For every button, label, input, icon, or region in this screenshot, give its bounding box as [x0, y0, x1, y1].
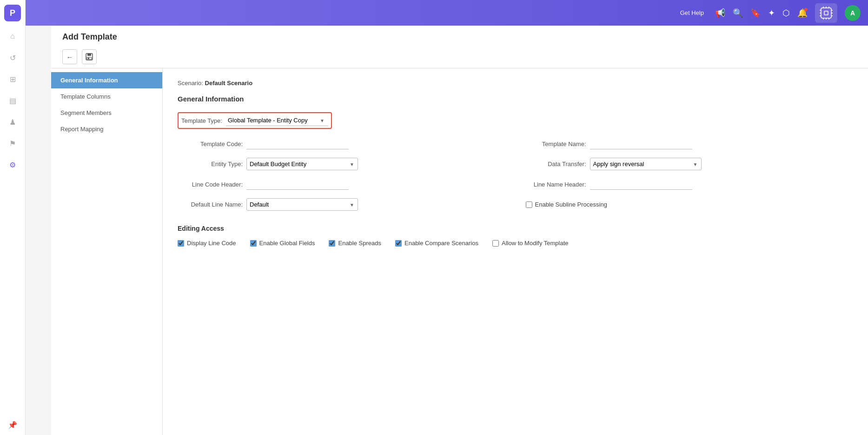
page-title: Add Template — [62, 32, 857, 46]
template-type-row: Template Type: Global Template - Entity … — [178, 112, 853, 129]
data-transfer-label: Data Transfer: — [521, 161, 586, 167]
template-type-label: Template Type: — [181, 117, 222, 124]
default-line-name-select-wrapper: Default Custom ▼ — [246, 198, 358, 211]
scenario-value: Default Scenario — [205, 80, 253, 87]
allow-modify-template-checkbox[interactable] — [492, 240, 499, 247]
line-code-header-input[interactable] — [246, 179, 349, 190]
entity-type-select-wrapper: Default Budget Entity Other Entity ▼ — [246, 158, 358, 170]
default-line-name-select[interactable]: Default Custom — [246, 198, 358, 211]
back-button[interactable]: ← — [62, 49, 77, 64]
line-code-header-group: Line Code Header: — [178, 179, 510, 190]
svg-rect-17 — [88, 58, 89, 59]
enable-spreads-item: Enable Spreads — [329, 240, 381, 247]
default-line-name-label: Default Line Name: — [178, 201, 243, 208]
default-line-name-row: Default Line Name: Default Custom ▼ — [178, 198, 853, 211]
line-code-header-label: Line Code Header: — [178, 181, 243, 188]
entity-type-group: Entity Type: Default Budget Entity Other… — [178, 158, 510, 170]
main-content: Scenario: Default Scenario General Infor… — [163, 68, 868, 435]
line-headers-row: Line Code Header: Line Name Header: — [178, 179, 853, 190]
editing-access-title: Editing Access — [178, 225, 853, 232]
template-name-label: Template Name: — [521, 141, 586, 147]
app-logo: P — [4, 5, 21, 21]
svg-rect-15 — [87, 54, 91, 56]
data-transfer-group: Data Transfer: Apply sign reversal No si… — [521, 158, 854, 170]
template-type-bordered: Template Type: Global Template - Entity … — [178, 112, 332, 129]
sidebar-item-settings[interactable]: ⚙ — [6, 158, 19, 171]
enable-subline-processing-group: Enable Subline Processing — [517, 201, 854, 208]
nav-item-report-mapping[interactable]: Report Mapping — [51, 121, 162, 137]
sidebar-item-flag[interactable]: ⚑ — [6, 137, 19, 150]
nav-item-general-information[interactable]: General Information — [51, 72, 162, 88]
nav-item-template-columns[interactable]: Template Columns — [51, 88, 162, 105]
data-transfer-select[interactable]: Apply sign reversal No sign reversal — [590, 158, 702, 170]
template-type-select-wrapper: Global Template - Entity Copy Global Tem… — [226, 115, 328, 126]
left-nav: General Information Template Columns Seg… — [51, 68, 163, 435]
save-button[interactable] — [82, 49, 97, 64]
entity-type-data-transfer-row: Entity Type: Default Budget Entity Other… — [178, 158, 853, 170]
enable-spreads-checkbox[interactable] — [329, 240, 335, 247]
data-transfer-select-wrapper: Apply sign reversal No sign reversal ▼ — [590, 158, 702, 170]
enable-compare-scenarios-label: Enable Compare Scenarios — [404, 240, 478, 247]
template-code-input[interactable] — [246, 138, 349, 149]
enable-global-fields-checkbox[interactable] — [250, 240, 257, 247]
subline-processing-wrapper: Enable Subline Processing — [526, 201, 607, 208]
template-code-name-row: Template Code: Template Name: — [178, 138, 853, 149]
line-name-header-label: Line Name Header: — [521, 181, 586, 188]
sidebar: P ⌂ ↺ ⊞ ▤ ♟ ⚑ ⚙ 📌 — [0, 0, 26, 435]
sidebar-item-home[interactable]: ⌂ — [6, 30, 19, 43]
display-line-code-label: Display Line Code — [187, 240, 236, 247]
toolbar: ← — [62, 46, 857, 68]
scenario-line: Scenario: Default Scenario — [178, 80, 853, 87]
pin-icon[interactable]: 📌 — [8, 421, 17, 429]
enable-global-fields-label: Enable Global Fields — [259, 240, 315, 247]
entity-type-select[interactable]: Default Budget Entity Other Entity — [246, 158, 358, 170]
enable-subline-processing-label: Enable Subline Processing — [535, 201, 607, 208]
entity-type-label: Entity Type: — [178, 161, 243, 167]
line-name-header-input[interactable] — [590, 179, 692, 190]
sidebar-item-dashboard[interactable]: ⊞ — [6, 73, 19, 86]
display-line-code-checkbox[interactable] — [178, 240, 184, 247]
nav-item-segment-members[interactable]: Segment Members — [51, 105, 162, 121]
allow-modify-template-item: Allow to Modify Template — [492, 240, 569, 247]
enable-global-fields-item: Enable Global Fields — [250, 240, 315, 247]
line-name-header-group: Line Name Header: — [521, 179, 854, 190]
enable-compare-scenarios-checkbox[interactable] — [395, 240, 402, 247]
allow-modify-template-label: Allow to Modify Template — [502, 240, 569, 247]
sidebar-item-recent[interactable]: ↺ — [6, 51, 19, 64]
editing-access-checkboxes: Display Line Code Enable Global Fields E… — [178, 240, 853, 247]
enable-compare-scenarios-item: Enable Compare Scenarios — [395, 240, 478, 247]
sidebar-item-users[interactable]: ♟ — [6, 115, 19, 128]
page-header: Add Template ← — [51, 26, 868, 68]
display-line-code-item: Display Line Code — [178, 240, 236, 247]
template-type-select[interactable]: Global Template - Entity Copy Global Tem… — [226, 115, 328, 126]
default-line-name-group: Default Line Name: Default Custom ▼ — [178, 198, 505, 211]
general-information-title: General Information — [178, 95, 853, 103]
general-information-section: General Information Template Type: Globa… — [178, 95, 853, 211]
template-name-group: Template Name: — [521, 138, 854, 149]
template-code-label: Template Code: — [178, 141, 243, 147]
editing-access-section: Editing Access Display Line Code Enable … — [178, 225, 853, 247]
template-code-group: Template Code: — [178, 138, 510, 149]
enable-subline-processing-checkbox[interactable] — [526, 201, 532, 208]
template-name-input[interactable] — [590, 138, 692, 149]
enable-spreads-label: Enable Spreads — [338, 240, 381, 247]
sidebar-item-reports[interactable]: ▤ — [6, 94, 19, 107]
